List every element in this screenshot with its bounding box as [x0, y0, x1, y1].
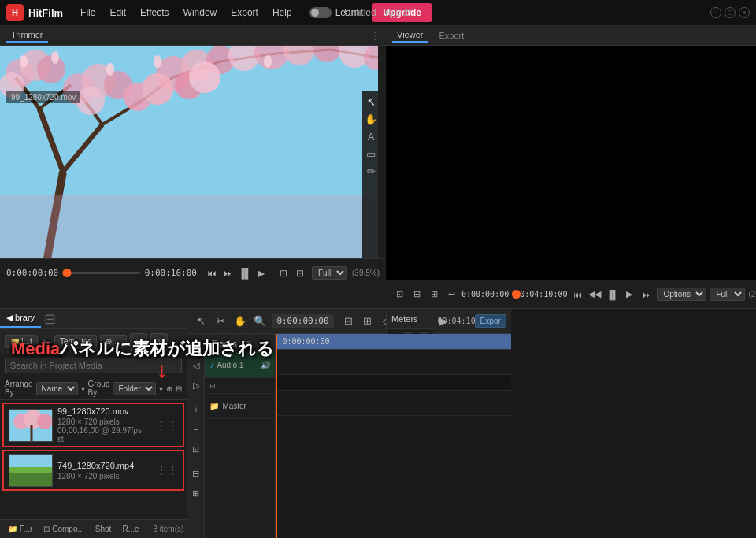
- track-header-audio1-sub: ⊟: [205, 378, 275, 394]
- viewer-tab[interactable]: Viewer: [392, 28, 428, 43]
- menu-window[interactable]: Window: [177, 4, 224, 21]
- trimmer-video-area: 99_1280x720.mov ↖ ✋ A ▭ ✏ ⊞: [0, 46, 378, 258]
- annotation-overlay: Mediaパネルに素材が追加される ↓: [11, 337, 274, 361]
- tl-select-btn[interactable]: ↖: [192, 313, 209, 330]
- track-name-audio1: Audio 1: [217, 361, 258, 369]
- text-tool[interactable]: A: [364, 129, 378, 143]
- meters-header: Meters: [387, 309, 433, 329]
- play-to-start-btn[interactable]: ⏮: [205, 266, 219, 280]
- trim-out-btn[interactable]: ⊡: [293, 266, 307, 280]
- menu-help[interactable]: Help: [266, 4, 298, 21]
- step-fwd-btn[interactable]: ▐▌: [238, 266, 252, 280]
- viewer-step-fwd-btn[interactable]: ▐▌: [605, 288, 619, 302]
- track-mute-btn[interactable]: 🔊: [261, 361, 270, 369]
- tl-nudge-right-btn[interactable]: ▷: [187, 377, 205, 394]
- arrange-label: Arrange By:: [5, 380, 33, 397]
- tl-hand-btn[interactable]: ✋: [232, 313, 249, 330]
- trimmer-playhead[interactable]: [63, 269, 72, 277]
- media-item-2[interactable]: 749_1280x720.mp4 1280 × 720 pixels ⋮⋮: [2, 450, 184, 491]
- media-items-list: 99_1280x720.mov 1280 × 720 pixels 00;00;…: [0, 400, 187, 519]
- trimmer-panel: Trimmer ⋮: [0, 25, 386, 309]
- viewer-paste-btn[interactable]: ⊟: [410, 288, 424, 302]
- tl-razor-btn[interactable]: ✂: [212, 313, 229, 330]
- viewer-zoom-percent: (24.4%): [748, 290, 756, 299]
- pen-tool[interactable]: ✏: [364, 164, 378, 178]
- trimmer-preview: [0, 46, 378, 258]
- library-tab[interactable]: ◀ brary: [0, 310, 41, 328]
- master-track-icon: 📁: [209, 402, 219, 410]
- shot-tab[interactable]: Shot: [91, 523, 117, 535]
- cursor-tool[interactable]: ↖: [364, 95, 378, 109]
- left-panel: Trimmer ⋮: [0, 25, 386, 538]
- viewer-lift-btn[interactable]: ⊞: [427, 288, 441, 302]
- svg-point-35: [51, 51, 59, 64]
- crop-tool[interactable]: ▭: [364, 147, 378, 161]
- viewer-play-start-btn[interactable]: ⏮: [570, 288, 584, 302]
- trim-in-btn[interactable]: ⊡: [276, 266, 291, 280]
- viewer-play-end-btn[interactable]: ⏭: [639, 288, 654, 302]
- timeline-ruler-bar[interactable]: 0:00:00:00: [276, 334, 510, 350]
- media-details-2: 1280 × 720 pixels: [57, 472, 151, 480]
- composites-tab[interactable]: ⊡ Compo...: [39, 523, 88, 535]
- viewer-header: Viewer Export ⋮: [386, 25, 756, 46]
- trimmer-controls: 0;00;00;00 0;00;16;00 ⏮ ⏭ ▐▌ ▶ ⊡ ⊡: [0, 258, 386, 287]
- arrange-dropdown-icon: ▾: [81, 384, 85, 393]
- recent-tab[interactable]: R...e: [117, 523, 143, 535]
- viewer-zoom-select[interactable]: Full: [710, 288, 745, 301]
- menu-file[interactable]: File: [74, 4, 102, 21]
- timeline-playhead[interactable]: [276, 334, 277, 538]
- menu-edit[interactable]: Edit: [103, 4, 132, 21]
- close-button[interactable]: ×: [739, 7, 750, 18]
- group-select[interactable]: Folder: [113, 382, 156, 395]
- tl-link-btn[interactable]: ⊞: [359, 313, 376, 330]
- app-logo: H: [6, 4, 24, 21]
- minimize-button[interactable]: −: [710, 7, 721, 18]
- step-back-btn[interactable]: ⏭: [221, 266, 235, 280]
- media-bottom-tabs: 📁 F...r ⊡ Compo... Shot R...e 3 item(s): [0, 519, 187, 538]
- menu-effects[interactable]: Effects: [134, 4, 175, 21]
- viewer-play-btn[interactable]: ▶: [622, 288, 636, 302]
- arrange-select[interactable]: Name: [36, 382, 78, 395]
- viewer-panel: Viewer Export ⋮ ⊡ ⊟ ⊞ ↩ 0:00:00:00 00:04…: [386, 25, 756, 309]
- media-filename-2: 749_1280x720.mp4: [57, 461, 151, 470]
- files-tab[interactable]: 📁 F...r: [3, 523, 37, 535]
- tl-extra-btn[interactable]: ⊟: [187, 465, 205, 482]
- media-thumb-cherry: [9, 409, 53, 442]
- hand-tool[interactable]: ✋: [364, 112, 378, 126]
- learn-toggle-circle[interactable]: [309, 7, 332, 18]
- maximize-button[interactable]: □: [724, 7, 736, 18]
- media-drag-handle-2[interactable]: ⋮⋮: [156, 464, 178, 477]
- tl-snap-btn[interactable]: ⊟: [340, 313, 358, 330]
- trimmer-tab[interactable]: Trimmer: [6, 28, 48, 43]
- tl-zoom-btn[interactable]: 🔍: [251, 313, 269, 330]
- timeline-left-tools: ✋ ◁ ▷ + − ⊡ ⊟ ⊞: [187, 334, 205, 538]
- cherry-blossom-svg: [0, 46, 378, 258]
- media-panel-tabs: ◀ brary ⊟: [0, 309, 187, 329]
- media-duration-1: 00;00;16;00 @ 29.97fps, st: [57, 426, 151, 443]
- tl-zoom-out-btn[interactable]: −: [187, 421, 205, 438]
- viewer-options-select[interactable]: Options: [657, 288, 706, 301]
- svg-point-20: [76, 87, 105, 115]
- tl-extra2-btn[interactable]: ⊞: [187, 484, 205, 502]
- tl-zoom-in-btn[interactable]: +: [187, 401, 205, 418]
- track-sub-icon: ⊟: [209, 382, 216, 390]
- play-btn[interactable]: ▶: [254, 266, 269, 280]
- viewer-copy-btn[interactable]: ⊡: [392, 288, 406, 302]
- viewer-extra-btn[interactable]: ↩: [444, 288, 458, 302]
- export-tab[interactable]: Export: [434, 29, 469, 42]
- menu-bar: File Edit Effects Window Export Help: [74, 4, 298, 21]
- tl-fit-btn[interactable]: ⊡: [187, 440, 205, 458]
- media-item[interactable]: 99_1280x720.mov 1280 × 720 pixels 00;00;…: [2, 403, 184, 447]
- trimmer-progress-bar[interactable]: [63, 272, 140, 274]
- timeline-ruler-start: 0:00:00:00: [282, 337, 329, 346]
- menu-export[interactable]: Export: [224, 4, 265, 21]
- media-filename-1: 99_1280x720.mov: [57, 406, 151, 416]
- media-drag-handle-1[interactable]: ⋮⋮: [156, 419, 178, 432]
- viewer-step-back-btn[interactable]: ◀◀: [587, 288, 602, 302]
- trimmer-zoom-select[interactable]: Full: [312, 266, 347, 280]
- trimmer-menu-icon[interactable]: ⋮: [370, 30, 380, 41]
- arrange-extra-icon: ⊕: [166, 384, 172, 393]
- svg-point-37: [154, 55, 161, 68]
- top-section: Trimmer ⋮: [0, 25, 385, 309]
- svg-point-33: [189, 61, 220, 93]
